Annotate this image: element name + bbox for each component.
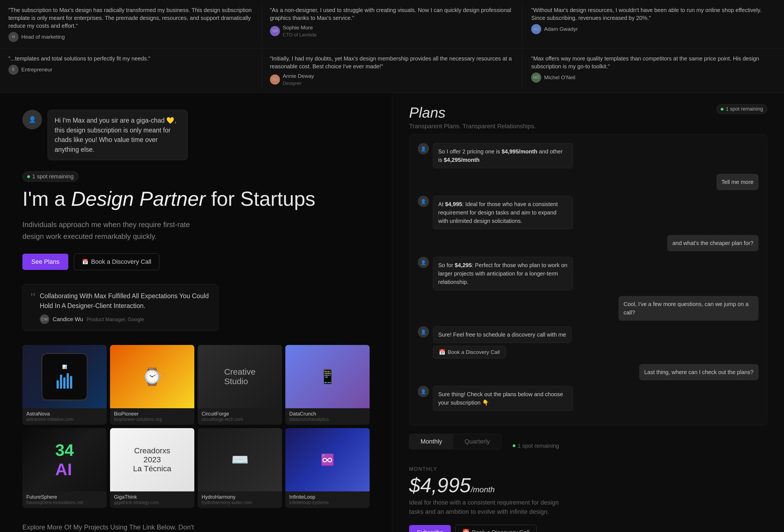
hero-heading-italic: Design Partner: [71, 188, 205, 210]
intro-chat-bubble: 👤 Hi I'm Max and you sir are a giga-chad…: [22, 110, 370, 160]
project-card-futuresphere[interactable]: 34AI FutureSphere futuresphere-innovatio…: [22, 428, 107, 508]
project-footer-circuitforge: CircuitForge circuitforge-tech.com: [198, 408, 282, 425]
bar-3: [63, 377, 65, 389]
hero-heading-1: I'm a: [22, 188, 71, 210]
project-name-futuresphere: FutureSphere: [26, 494, 103, 500]
project-image-gigathink: Creadorxs2023La Técnica: [110, 428, 194, 492]
monthly-plan: MONTHLY $4,995/month Ideal for those wit…: [409, 466, 767, 532]
plans-subtitle: Transparent Plans. Transparent Relations…: [409, 123, 536, 130]
project-image-circuitforge: CreativeStudio: [198, 345, 282, 408]
project-card-infiniteloop[interactable]: ♾️ InfiniteLoop infiniteloop-systems: [285, 428, 370, 508]
chat-msg-1: 👤 So I offer 2 pricing one is $4,995/mon…: [418, 143, 758, 168]
book-discovery-plan-button[interactable]: 📅 Book a Discovery Call: [455, 525, 536, 532]
chat-msg-3: 👤 So for $4,295: Perfect for those who p…: [418, 257, 758, 290]
calendar-icon-plan: 📅: [462, 529, 470, 532]
testimonial-6: "Max offers way more quality templates t…: [523, 52, 784, 89]
cta-buttons-row: See Plans 📅 Book a Discovery Call: [22, 253, 370, 270]
project-card-circuitforge[interactable]: CreativeStudio CircuitForge circuitforge…: [198, 345, 282, 425]
spot-badge-left: 1 spot remaining: [22, 171, 78, 182]
chat-avatar-4: 👤: [418, 326, 429, 337]
book-discovery-call-button-left[interactable]: 📅 Book a Discovery Call: [74, 253, 159, 270]
quote-text-left: Collaborating With Max Fulfilled All Exp…: [40, 291, 210, 310]
main-layout: 👤 Hi I'm Max and you sir are a giga-chad…: [0, 93, 784, 532]
spot-badge-right: 1 spot remaining: [717, 104, 767, 114]
green-dot-left: [27, 175, 30, 178]
project-image-infiniteloop: ♾️: [285, 428, 370, 492]
chat-bubble-reply-4: Last thing, where can I check out the pl…: [639, 364, 758, 380]
project-name-hydroharmony: HydroHarmony: [202, 494, 278, 500]
green-dot-right: [721, 108, 724, 111]
see-plans-button[interactable]: See Plans: [22, 254, 68, 270]
project-url-biopioneer: biopioneer-solutions.org: [114, 417, 190, 422]
chat-reply-2: and what's the cheaper plan for?: [418, 235, 758, 251]
testimonial-3-text: "Without Max's design resources, I would…: [531, 6, 776, 22]
project-footer-hydroharmony: HydroHarmony hydroharmony-water.com: [198, 492, 282, 508]
project-url-astranove: astranove-initiative.com: [26, 417, 103, 422]
chat-bubble-4: Sure! Feel free to schedule a discovery …: [433, 326, 571, 343]
project-name-biopioneer: BioPioneer: [114, 411, 190, 417]
project-url-hydroharmony: hydroharmony-water.com: [202, 500, 278, 505]
bar-5: [70, 376, 72, 389]
right-panel: Plans Transparent Plans. Transparent Rel…: [392, 93, 784, 532]
project-url-datacrunch: datacrunchanalytics: [289, 417, 366, 422]
testimonial-6-avatar: MO: [531, 73, 541, 83]
chat-bubble-1: So I offer 2 pricing one is $4,995/month…: [433, 143, 573, 168]
project-footer-biopioneer: BioPioneer biopioneer-solutions.org: [110, 408, 194, 425]
testimonial-4-text: "...templates and total solutions to per…: [8, 55, 253, 62]
chat-bubble-5: Sure thing! Check out the plans below an…: [433, 386, 573, 411]
spot-badge-right-text: 1 spot remaining: [726, 106, 763, 112]
project-card-datacrunch[interactable]: 📱 DataCrunch datacrunchanalytics: [285, 345, 370, 425]
project-url-infiniteloop: infiniteloop-systems: [289, 500, 366, 505]
chat-container: 👤 So I offer 2 pricing one is $4,995/mon…: [409, 134, 767, 425]
project-image-futuresphere: 34AI: [22, 428, 107, 492]
calendar-icon-chat: 📅: [439, 349, 446, 355]
project-card-astranove[interactable]: 📊 AstraNova astranove-initiative.com: [22, 345, 107, 425]
toggle-spot-badge: 1 spot remaining: [507, 439, 565, 453]
toggle-monthly-button[interactable]: Monthly: [409, 434, 453, 449]
quote-author-name-left: Candice Wu: [53, 316, 83, 322]
quote-block-left: " Collaborating With Max Fulfilled All E…: [22, 284, 218, 331]
chat-reply-1: Tell me more: [418, 174, 758, 190]
book-discovery-call-label: Book a Discovery Call: [91, 258, 151, 265]
toggle-spot-text: 1 spot remaining: [518, 443, 559, 449]
project-url-circuitforge: circuitforge-tech.com: [202, 417, 278, 422]
testimonials-bar-1: "The subscription to Max's design has ra…: [0, 0, 784, 49]
project-image-biopioneer: ⌚: [110, 345, 194, 408]
project-name-circuitforge: CircuitForge: [202, 411, 278, 417]
bar-chart: [57, 372, 72, 389]
book-discovery-chat-button[interactable]: 📅 Book a Discovery Call: [433, 346, 506, 358]
bar-1: [57, 380, 59, 389]
project-name-datacrunch: DataCrunch: [289, 411, 366, 417]
testimonials-bar-2: "...templates and total solutions to per…: [0, 49, 784, 93]
project-name-infiniteloop: InfiniteLoop: [289, 494, 366, 500]
testimonial-2-role: CTO of Lambda: [283, 32, 317, 38]
project-card-gigathink[interactable]: Creadorxs2023La Técnica GigaThink gigath…: [110, 428, 194, 508]
testimonial-4: "...templates and total solutions to per…: [0, 52, 261, 89]
plan-price-value: $4,995: [409, 474, 471, 497]
project-url-futuresphere: futuresphere-innovations.net: [26, 500, 103, 505]
testimonial-2-avatar: SM: [270, 26, 280, 36]
subscribe-plan-button[interactable]: Subscribe: [409, 525, 451, 532]
chat-avatar-1: 👤: [418, 143, 429, 154]
testimonial-1-text: "The subscription to Max's design has ra…: [8, 6, 253, 30]
project-card-biopioneer[interactable]: ⌚ BioPioneer biopioneer-solutions.org: [110, 345, 194, 425]
chat-reply-3: Cool, I've a few more questions, can we …: [418, 296, 758, 320]
testimonial-3: "Without Max's design resources, I would…: [523, 3, 784, 45]
testimonial-1-author: Head of marketing: [21, 33, 65, 41]
chat-bubble-reply-2: and what's the cheaper plan for?: [667, 235, 758, 251]
project-image-astranove: 📊: [22, 345, 107, 408]
chat-reply-4: Last thing, where can I check out the pl…: [418, 364, 758, 380]
book-discovery-plan-label: Book a Discovery Call: [472, 529, 529, 532]
testimonial-6-text: "Max offers way more quality templates t…: [531, 55, 776, 70]
calendar-icon: 📅: [82, 259, 88, 265]
chat-avatar-5: 👤: [418, 386, 429, 397]
toggle-quarterly-button[interactable]: Quarterly: [453, 434, 501, 449]
project-url-gigathink: gigathink-strategy.com: [114, 500, 190, 505]
plan-cta-row: Subscribe 📅 Book a Discovery Call: [409, 525, 767, 532]
hero-heading: I'm a Design Partner for Startups: [22, 187, 370, 211]
project-card-hydroharmony[interactable]: ⌨️ HydroHarmony hydroharmony-water.com: [198, 428, 282, 508]
testimonial-6-author: Michel O'Neil: [544, 74, 575, 82]
plan-period: /month: [471, 485, 495, 494]
plans-toggle: Monthly Quarterly: [409, 434, 502, 449]
plans-header: Plans Transparent Plans. Transparent Rel…: [409, 104, 767, 130]
